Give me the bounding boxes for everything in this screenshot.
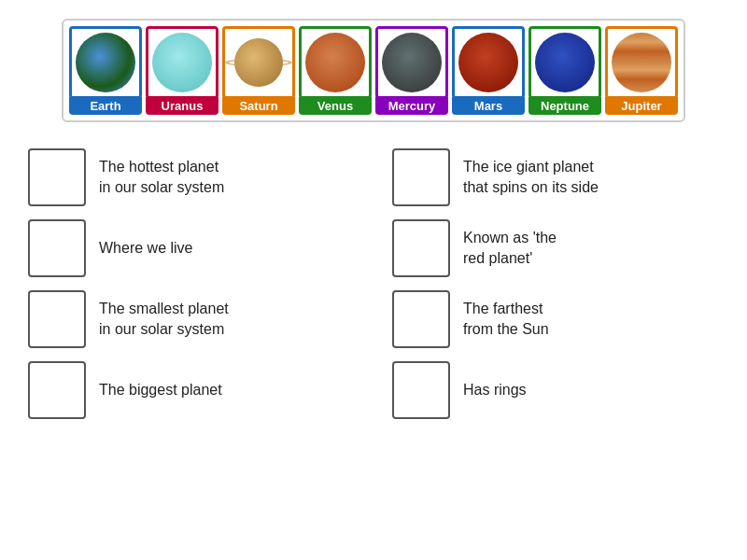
- planet-img-box-mars: [452, 26, 525, 99]
- clues-grid: The hottest planetin our solar system Th…: [28, 148, 719, 419]
- planet-item-mars[interactable]: Mars: [452, 26, 525, 115]
- drop-box-8[interactable]: [392, 361, 450, 419]
- planet-img-box-jupiter: [605, 26, 678, 99]
- clue-text-8: Has rings: [463, 380, 527, 400]
- clue-text-3: The smallest planetin our solar system: [99, 299, 229, 339]
- drop-box-3[interactable]: [28, 290, 86, 348]
- planet-img-box-uranus: [146, 26, 218, 99]
- planet-label-saturn: Saturn: [222, 97, 295, 115]
- planet-item-jupiter[interactable]: Jupiter: [605, 26, 678, 115]
- clue-row: Where we live: [28, 219, 355, 277]
- planet-label-earth: Earth: [69, 97, 142, 115]
- planet-label-mars: Mars: [452, 97, 525, 115]
- planet-img-box-neptune: [529, 26, 601, 99]
- clue-row: The farthestfrom the Sun: [392, 290, 719, 348]
- planet-label-jupiter: Jupiter: [605, 97, 678, 115]
- clue-row: Known as 'thered planet': [392, 219, 719, 277]
- clue-text-2: Where we live: [99, 238, 192, 259]
- planet-label-mercury: Mercury: [375, 97, 448, 115]
- clue-text-1: The hottest planetin our solar system: [99, 157, 224, 197]
- planet-label-uranus: Uranus: [146, 97, 218, 115]
- planet-img-box-earth: [69, 26, 142, 99]
- planet-item-saturn[interactable]: Saturn: [222, 26, 295, 115]
- clue-row: The hottest planetin our solar system: [28, 148, 355, 206]
- planet-item-neptune[interactable]: Neptune: [529, 26, 601, 115]
- planet-item-venus[interactable]: Venus: [299, 26, 372, 115]
- drop-box-5[interactable]: [392, 148, 450, 206]
- planet-label-venus: Venus: [299, 97, 372, 115]
- planet-img-box-venus: [299, 26, 372, 99]
- drop-box-7[interactable]: [392, 290, 450, 348]
- planet-img-box-saturn: [222, 26, 295, 99]
- planet-label-neptune: Neptune: [529, 97, 601, 115]
- clue-text-5: The ice giant planetthat spins on its si…: [463, 157, 599, 197]
- clue-row: The smallest planetin our solar system: [28, 290, 355, 348]
- planet-item-earth[interactable]: Earth: [69, 26, 142, 115]
- planet-img-box-mercury: [375, 26, 448, 99]
- drop-box-2[interactable]: [28, 219, 86, 277]
- drop-box-1[interactable]: [28, 148, 86, 206]
- planet-item-uranus[interactable]: Uranus: [146, 26, 218, 115]
- planet-item-mercury[interactable]: Mercury: [375, 26, 448, 115]
- drop-box-4[interactable]: [28, 361, 86, 419]
- drop-box-6[interactable]: [392, 219, 450, 277]
- planet-strip: EarthUranusSaturnVenusMercuryMarsNeptune…: [62, 19, 685, 122]
- clue-text-6: Known as 'thered planet': [463, 228, 557, 268]
- clue-text-7: The farthestfrom the Sun: [463, 299, 549, 339]
- clue-row: The ice giant planetthat spins on its si…: [392, 148, 719, 206]
- clue-row: Has rings: [392, 361, 719, 419]
- clue-text-4: The biggest planet: [99, 380, 222, 400]
- clue-row: The biggest planet: [28, 361, 355, 419]
